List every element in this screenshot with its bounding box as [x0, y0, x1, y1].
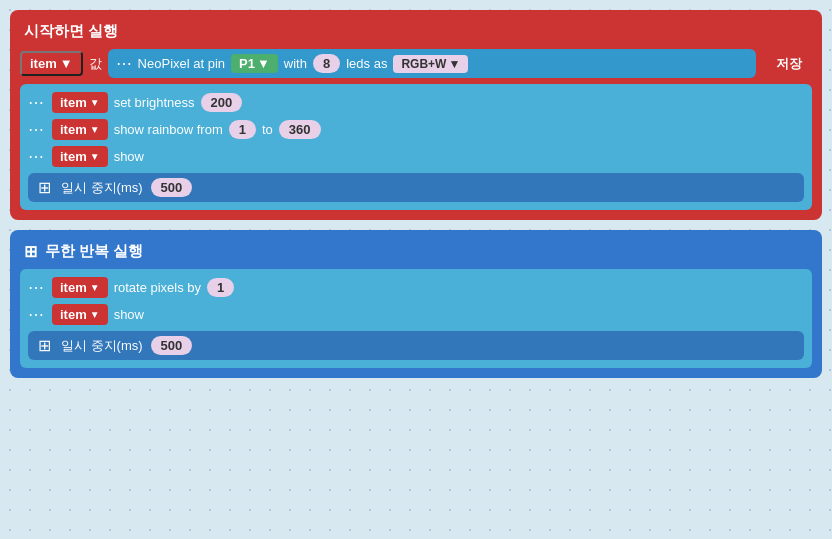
- pin-arrow: ▼: [257, 56, 270, 71]
- show-item-label: item: [60, 149, 87, 164]
- rainbow-item-label: item: [60, 122, 87, 137]
- brightness-row: ⋯ item ▼ set brightness 200: [28, 92, 804, 113]
- save-button[interactable]: 저장: [766, 51, 812, 77]
- neopixel-row-container: item ▼ 값 ⋯ NeoPixel at pin P1 ▼ with 8 l…: [20, 49, 812, 78]
- brightness-item-arrow: ▼: [90, 97, 100, 108]
- brightness-dots-icon: ⋯: [28, 93, 44, 112]
- start-section: 시작하면 실행 item ▼ 값 ⋯ NeoPixel at pin P1 ▼ …: [10, 10, 822, 220]
- brightness-item-label: item: [60, 95, 87, 110]
- rotate-dots-icon: ⋯: [28, 278, 44, 297]
- neopixel-text1: NeoPixel at pin: [138, 56, 225, 71]
- leds-value: 8: [313, 54, 340, 73]
- main-container: 시작하면 실행 item ▼ 값 ⋯ NeoPixel at pin P1 ▼ …: [10, 10, 822, 378]
- rotate-text: rotate pixels by: [114, 280, 201, 295]
- rgb-arrow: ▼: [448, 57, 460, 71]
- start-pause-row: ⊞ 일시 중지(ms) 500: [28, 173, 804, 202]
- rainbow-text2: to: [262, 122, 273, 137]
- loop-show-row: ⋯ item ▼ show: [28, 304, 804, 325]
- loop-section-header: ⊞ 무한 반복 실행: [20, 238, 812, 269]
- rotate-item-arrow: ▼: [90, 282, 100, 293]
- rainbow-row: ⋯ item ▼ show rainbow from 1 to 360: [28, 119, 804, 140]
- rotate-row: ⋯ item ▼ rotate pixels by 1: [28, 277, 804, 298]
- rotate-value: 1: [207, 278, 234, 297]
- start-header-text: 시작하면 실행: [24, 22, 118, 41]
- show-item-button[interactable]: item ▼: [52, 146, 108, 167]
- item-label: item: [30, 56, 57, 71]
- rgb-button[interactable]: RGB+W ▼: [393, 55, 468, 73]
- rainbow-item-button[interactable]: item ▼: [52, 119, 108, 140]
- rotate-item-label: item: [60, 280, 87, 295]
- show-item-arrow: ▼: [90, 151, 100, 162]
- leds-text: leds as: [346, 56, 387, 71]
- rainbow-item-arrow: ▼: [90, 124, 100, 135]
- rainbow-text1: show rainbow from: [114, 122, 223, 137]
- loop-grid-icon: ⊞: [24, 242, 37, 261]
- start-pause-value: 500: [151, 178, 193, 197]
- neopixel-block: ⋯ NeoPixel at pin P1 ▼ with 8 leds as RG…: [108, 49, 756, 78]
- loop-section: ⊞ 무한 반복 실행 ⋯ item ▼ rotate pixels by 1 ⋯…: [10, 230, 822, 378]
- loop-pause-row: ⊞ 일시 중지(ms) 500: [28, 331, 804, 360]
- neopixel-dots-icon: ⋯: [116, 54, 132, 73]
- show-text: show: [114, 149, 144, 164]
- loop-pause-value: 500: [151, 336, 193, 355]
- brightness-text: set brightness: [114, 95, 195, 110]
- show-dots-icon: ⋯: [28, 147, 44, 166]
- pin-label: P1: [239, 56, 255, 71]
- loop-show-item-arrow: ▼: [90, 309, 100, 320]
- loop-pause-grid-icon: ⊞: [38, 336, 51, 355]
- loop-show-dots-icon: ⋯: [28, 305, 44, 324]
- with-text: with: [284, 56, 307, 71]
- loop-section-body: ⋯ item ▼ rotate pixels by 1 ⋯ item ▼ sho…: [20, 269, 812, 368]
- rainbow-value1: 1: [229, 120, 256, 139]
- rainbow-value2: 360: [279, 120, 321, 139]
- start-section-body: ⋯ item ▼ set brightness 200 ⋯ item ▼ sho…: [20, 84, 812, 210]
- rotate-item-button[interactable]: item ▼: [52, 277, 108, 298]
- rainbow-dots-icon: ⋯: [28, 120, 44, 139]
- item-arrow: ▼: [60, 56, 73, 71]
- loop-pause-text: 일시 중지(ms): [61, 337, 143, 355]
- loop-show-item-button[interactable]: item ▼: [52, 304, 108, 325]
- loop-show-item-label: item: [60, 307, 87, 322]
- value-label-text: 값: [89, 55, 102, 73]
- start-section-header: 시작하면 실행: [20, 18, 812, 49]
- pin-button[interactable]: P1 ▼: [231, 54, 278, 73]
- start-pause-text: 일시 중지(ms): [61, 179, 143, 197]
- show-row: ⋯ item ▼ show: [28, 146, 804, 167]
- item-value-button[interactable]: item ▼: [20, 51, 83, 76]
- pause-grid-icon: ⊞: [38, 178, 51, 197]
- brightness-value: 200: [201, 93, 243, 112]
- loop-show-text: show: [114, 307, 144, 322]
- loop-header-text: 무한 반복 실행: [45, 242, 143, 261]
- brightness-item-button[interactable]: item ▼: [52, 92, 108, 113]
- rgb-label: RGB+W: [401, 57, 446, 71]
